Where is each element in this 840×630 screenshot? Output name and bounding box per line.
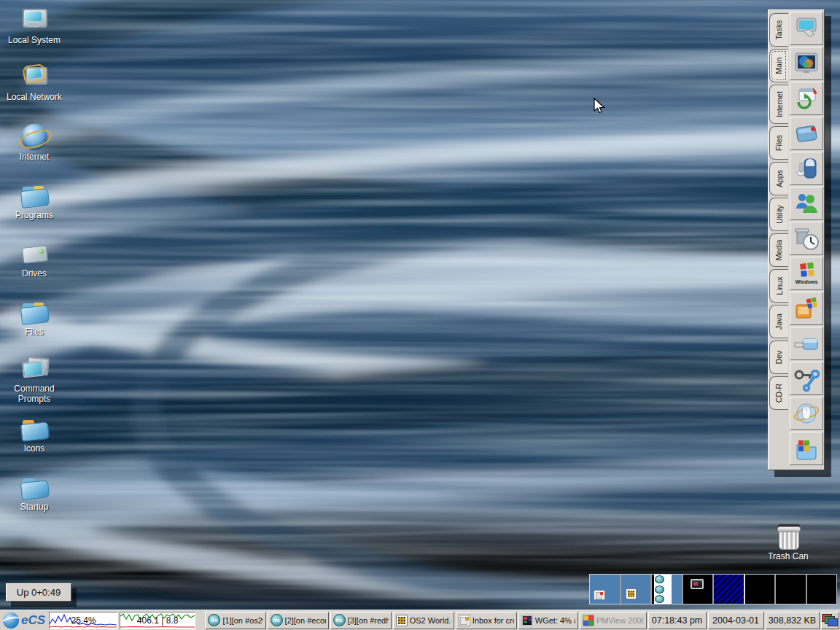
tab-media[interactable]: Media	[769, 233, 788, 267]
pager-cell-wget[interactable]	[683, 575, 715, 604]
launch-button-tools[interactable]	[790, 362, 823, 395]
desktop-icon-drives[interactable]: Drives	[0, 241, 69, 279]
launch-button-push-box[interactable]	[790, 327, 823, 360]
ecs-globe-icon	[3, 612, 19, 629]
desktop-icon-programs[interactable]: Programs	[0, 182, 69, 221]
launch-button-update[interactable]	[790, 82, 823, 115]
irc-windows-icon	[655, 575, 666, 603]
desktop-icon-icons[interactable]: Icons	[0, 416, 69, 454]
clock-display: 07:18:43 pm	[648, 612, 707, 629]
folder-files-icon	[18, 299, 50, 325]
pager-cell-empty[interactable]	[807, 575, 837, 604]
cpu-value: 25.4%	[50, 612, 117, 629]
windows-logo-icon: Windows	[793, 260, 820, 287]
launchpad-tab-strip: Tasks Main Internet Files Apps Utility M…	[769, 10, 789, 470]
tab-utility[interactable]: Utility	[769, 198, 788, 231]
icon-label: Programs	[0, 211, 69, 221]
launch-button-scheduler[interactable]	[790, 222, 823, 255]
desktop-icon-trash-can[interactable]: Trash Can	[757, 524, 820, 561]
os2world-window-icon	[626, 588, 637, 599]
tab-files[interactable]: Files	[769, 126, 788, 160]
irc-icon: irc	[271, 614, 283, 626]
cpu-monitor: 25.4%	[49, 612, 118, 629]
drive-icon	[18, 241, 50, 267]
pager-cell-empty[interactable]	[745, 575, 777, 604]
pager-cell-active[interactable]	[714, 575, 745, 604]
launch-button-windows[interactable]: Windows	[790, 257, 823, 290]
launch-button-jukebox[interactable]	[790, 152, 823, 185]
folder-icon	[18, 182, 50, 209]
icon-label: Drives	[0, 269, 69, 279]
computer-icon	[18, 7, 50, 34]
desktop-icon-command-prompts[interactable]: Command Prompts	[0, 356, 69, 405]
taskbar-button-os2world[interactable]: OS2 World.Co	[393, 612, 454, 629]
os2world-icon	[396, 615, 408, 626]
window-list-button[interactable]	[821, 612, 839, 629]
launch-button-display[interactable]	[790, 47, 823, 80]
uptime-button[interactable]: Up 0+0:49	[6, 583, 71, 602]
taskbar-button-pmview[interactable]: PMView 2000	[580, 612, 647, 629]
hand-push-box-icon	[793, 330, 820, 357]
tab-cdr[interactable]: CD-R	[769, 376, 788, 410]
launch-button-win-setup[interactable]	[790, 292, 823, 325]
tab-java[interactable]: Java	[769, 305, 788, 338]
trash-clock-icon	[793, 225, 820, 252]
network-computer-icon	[18, 64, 50, 90]
desktop-icon-startup[interactable]: Startup	[0, 474, 69, 513]
launch-button-win-folder[interactable]	[790, 432, 823, 465]
pager-cell-irc[interactable]	[652, 575, 683, 604]
tab-internet[interactable]: Internet	[769, 85, 788, 124]
icon-label: Local Network	[0, 93, 69, 103]
icon-label: Icons	[0, 444, 69, 454]
tab-main[interactable]: Main	[769, 49, 788, 82]
launch-button-package[interactable]	[790, 117, 823, 150]
memory-display: 308,832 KB	[766, 612, 820, 629]
desktop-icon-local-system[interactable]: Local System	[0, 7, 69, 46]
software-update-icon	[793, 85, 820, 112]
globe-mouse-icon	[793, 400, 820, 427]
task-label: OS2 World.Co	[410, 616, 451, 625]
audio-jukebox-icon	[793, 155, 820, 182]
irc-icon: irc	[208, 614, 220, 626]
windows-setup-icon	[793, 295, 820, 322]
date-display: 2004-03-01	[708, 612, 764, 629]
wget-window-icon	[691, 579, 704, 589]
launch-button-tasks[interactable]	[790, 12, 823, 45]
window-list-icon	[822, 614, 838, 627]
desktop-icon-internet[interactable]: Internet	[0, 124, 69, 163]
ecs-logo-text: eCS	[21, 613, 45, 628]
pager-cell-os2world[interactable]	[621, 575, 653, 604]
tab-apps[interactable]: Apps	[769, 162, 788, 195]
taskbar-button-irc1[interactable]: irc [1][on #os2wa	[205, 612, 265, 629]
hand-screen-icon	[793, 15, 820, 42]
launch-button-messenger[interactable]	[790, 187, 823, 220]
launch-button-web[interactable]	[790, 397, 823, 430]
taskbar-button-wget[interactable]: WGet: 4% at	[518, 612, 578, 629]
mouse-cursor	[594, 98, 607, 115]
task-label: [1][on #os2wa	[222, 616, 262, 625]
launchpad-buttons: Windows	[789, 10, 824, 470]
task-label: [3][on #redhat	[348, 616, 389, 625]
desktop-icon-local-network[interactable]: Local Network	[0, 64, 69, 103]
icon-label: Command Prompts	[0, 384, 69, 405]
desktop-pager	[589, 574, 837, 604]
desktop-wallpaper	[0, 0, 840, 630]
icon-label: Startup	[0, 502, 69, 513]
pmview-icon	[583, 615, 594, 626]
pager-cell-empty[interactable]	[776, 575, 807, 604]
folder-icon	[18, 474, 50, 500]
tab-linux[interactable]: Linux	[769, 269, 788, 303]
key-wrench-icon	[793, 365, 820, 392]
trash-icon	[777, 524, 799, 548]
tab-dev[interactable]: Dev	[769, 341, 788, 374]
messenger-people-icon	[793, 190, 820, 217]
desktop-icon-files[interactable]: Files	[0, 299, 69, 338]
tab-tasks[interactable]: Tasks	[769, 13, 788, 47]
package-box-icon	[793, 120, 820, 147]
taskbar-button-irc3[interactable]: irc [3][on #redhat	[330, 612, 392, 629]
pager-cell-mail[interactable]	[590, 575, 621, 604]
taskbar-button-irc2[interactable]: irc [2][on #ecoms	[268, 612, 329, 629]
taskbar-button-inbox[interactable]: Inbox for cros	[456, 612, 517, 629]
task-label: [2][on #ecoms	[285, 616, 326, 625]
ecs-logo[interactable]: eCS	[1, 611, 47, 630]
